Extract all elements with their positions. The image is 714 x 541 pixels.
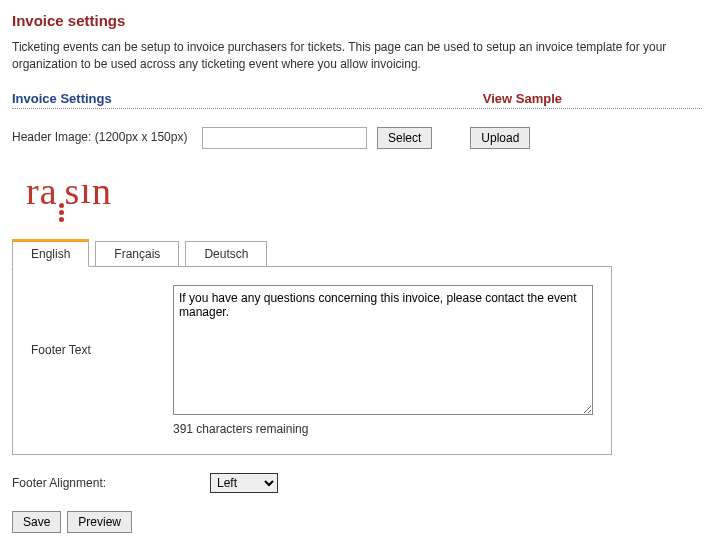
view-sample-link[interactable]: View Sample [483, 91, 562, 106]
select-button[interactable]: Select [377, 127, 432, 149]
header-image-label: Header Image: (1200px x 150px) [12, 130, 192, 146]
char-remaining: 391 characters remaining [173, 422, 593, 436]
tab-panel: Footer Text 391 characters remaining [12, 266, 612, 455]
header-image-row: Header Image: (1200px x 150px) Select Up… [12, 127, 702, 149]
tab-english[interactable]: English [12, 239, 89, 267]
footer-text-input[interactable] [173, 285, 593, 415]
upload-button[interactable]: Upload [470, 127, 530, 149]
header-image-input[interactable] [202, 127, 367, 149]
page-title: Invoice settings [12, 12, 702, 29]
footer-text-label: Footer Text [31, 285, 155, 357]
button-row: Save Preview [12, 511, 702, 533]
tab-list: English Français Deutsch [12, 239, 702, 267]
footer-alignment-select[interactable]: Left [210, 473, 278, 493]
preview-button[interactable]: Preview [67, 511, 132, 533]
footer-alignment-row: Footer Alignment: Left [12, 473, 702, 493]
logo: rasın [26, 169, 702, 219]
save-button[interactable]: Save [12, 511, 61, 533]
tab-francais[interactable]: Français [95, 241, 179, 267]
tab-deutsch[interactable]: Deutsch [185, 241, 267, 267]
logo-text: rasın [26, 170, 112, 212]
section-label: Invoice Settings [12, 91, 112, 106]
section-bar: Invoice Settings View Sample [12, 91, 702, 109]
intro-text: Ticketing events can be setup to invoice… [12, 39, 702, 73]
footer-alignment-label: Footer Alignment: [12, 476, 210, 490]
